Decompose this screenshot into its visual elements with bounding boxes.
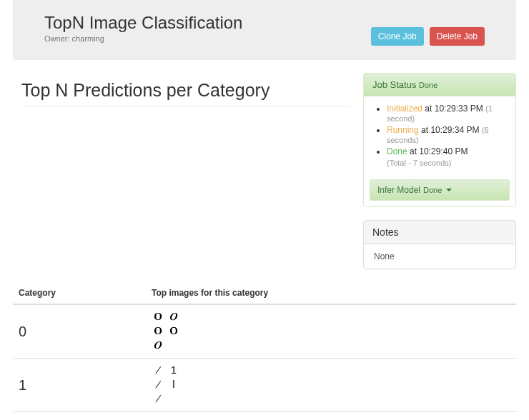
predictions-table: Category Top images for this category 0 … bbox=[13, 282, 516, 420]
job-status-heading: Job Status Done bbox=[364, 74, 515, 96]
thumb-digit-1: l bbox=[167, 379, 180, 391]
category-cell: 0 bbox=[13, 304, 147, 359]
thumb-digit-0: O bbox=[152, 311, 164, 324]
delete-job-button[interactable]: Delete Job bbox=[430, 27, 485, 46]
images-cell: 2 2 2 2 2 bbox=[147, 412, 516, 421]
thumb-digit-1: 1 bbox=[167, 364, 180, 377]
chevron-down-icon bbox=[446, 189, 452, 191]
clone-job-button[interactable]: Clone Job bbox=[371, 27, 424, 46]
thumb-digit-0: O bbox=[152, 325, 164, 338]
thumb-digit-1: / bbox=[150, 364, 165, 377]
status-list: Initialized at 10:29:33 PM (1 second) Ru… bbox=[374, 104, 505, 168]
status-at: at 10:29:34 PM bbox=[419, 125, 482, 135]
thumb-digit-0: O bbox=[167, 325, 180, 338]
col-images: Top images for this category bbox=[147, 282, 516, 304]
job-status-title-sub: Done bbox=[419, 81, 437, 89]
status-total: (Total - 7 seconds) bbox=[387, 158, 505, 168]
job-status-body: Initialized at 10:29:33 PM (1 second) Ru… bbox=[364, 96, 515, 176]
category-cell: 1 bbox=[13, 359, 147, 412]
images-cell: / 1 / l / bbox=[147, 359, 516, 412]
status-state: Running bbox=[387, 125, 419, 135]
job-header: TopN Image Classification Owner: charmin… bbox=[13, 0, 516, 60]
status-at: at 10:29:33 PM bbox=[422, 104, 485, 114]
thumb-digit-1: / bbox=[150, 379, 165, 391]
category-cell: 2 bbox=[13, 412, 147, 421]
status-state: Done bbox=[387, 146, 407, 156]
infer-model-toggle[interactable]: Infer Model Done bbox=[370, 179, 510, 201]
infer-model-label: Infer Model bbox=[377, 185, 420, 195]
images-cell: O O O O O bbox=[147, 304, 516, 359]
table-row: 0 O O O O O bbox=[13, 304, 516, 359]
thumb-digit-0: O bbox=[166, 311, 181, 324]
table-row: 2 2 2 2 2 2 bbox=[13, 412, 516, 421]
col-category: Category bbox=[13, 282, 147, 304]
notes-heading: Notes bbox=[364, 221, 515, 244]
notes-panel: Notes None bbox=[363, 220, 516, 269]
page-heading: Top N Predictions per Category bbox=[21, 80, 350, 107]
status-item: Initialized at 10:29:33 PM (1 second) bbox=[387, 104, 505, 124]
thumb-digit-1: / bbox=[150, 393, 165, 406]
status-item: Done at 10:29:40 PM bbox=[387, 146, 505, 156]
thumb-digit-0: O bbox=[150, 339, 165, 352]
table-row: 1 / 1 / l / bbox=[13, 359, 516, 412]
status-at: at 10:29:40 PM bbox=[407, 146, 468, 156]
job-status-title: Job Status bbox=[372, 79, 416, 90]
job-status-panel: Job Status Done Initialized at 10:29:33 … bbox=[363, 73, 516, 207]
infer-model-sub: Done bbox=[423, 186, 442, 194]
status-state: Initialized bbox=[387, 104, 422, 114]
notes-body: None bbox=[364, 244, 515, 269]
status-item: Running at 10:29:34 PM (6 seconds) bbox=[387, 125, 505, 145]
